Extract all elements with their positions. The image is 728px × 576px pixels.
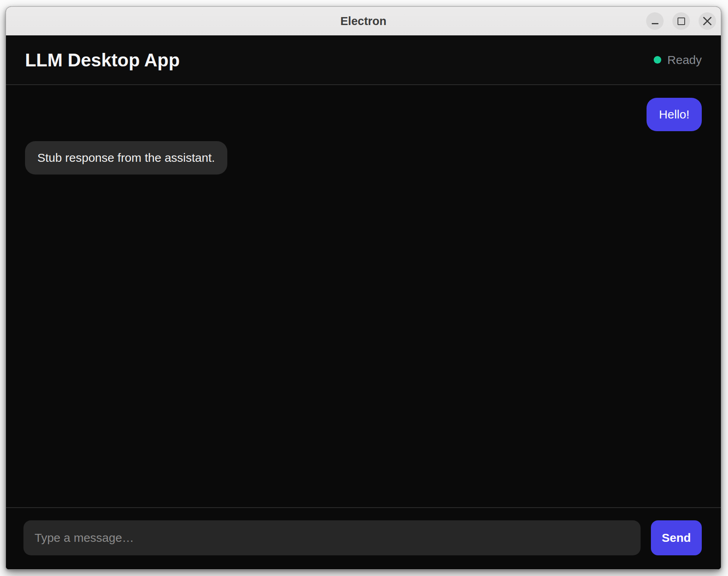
status-indicator: Ready <box>654 53 702 67</box>
message-composer: Send <box>6 507 721 569</box>
app-header: LLM Desktop App Ready <box>6 35 721 85</box>
user-message-bubble: Hello! <box>647 98 702 131</box>
chat-message-list[interactable]: Hello! Stub response from the assistant. <box>6 85 721 507</box>
status-dot-icon <box>654 56 661 64</box>
close-icon <box>702 16 713 27</box>
message-input[interactable] <box>23 520 641 555</box>
status-label: Ready <box>667 53 702 67</box>
send-button[interactable]: Send <box>651 520 702 555</box>
window-title: Electron <box>340 15 386 28</box>
maximize-button[interactable] <box>672 12 690 30</box>
app-title: LLM Desktop App <box>25 49 180 71</box>
window-titlebar[interactable]: Electron <box>6 7 721 35</box>
assistant-message-bubble: Stub response from the assistant. <box>25 141 227 175</box>
electron-window: Electron LLM Desktop App Ready Hello! St… <box>6 6 721 570</box>
minimize-icon <box>652 23 658 24</box>
close-button[interactable] <box>699 12 716 30</box>
window-controls <box>646 7 716 35</box>
maximize-icon <box>678 17 685 25</box>
minimize-button[interactable] <box>646 12 664 30</box>
